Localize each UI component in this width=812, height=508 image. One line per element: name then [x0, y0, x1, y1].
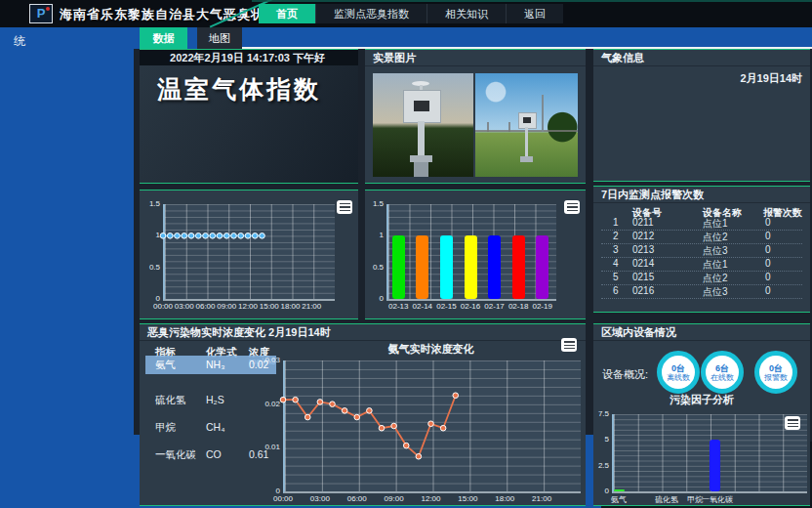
pollution-factor-chart: 02.557.5氨气硫化氢甲烷一氧化碳: [593, 324, 810, 507]
cell-count: 0: [765, 272, 771, 282]
cell-name: 点位2: [703, 272, 728, 285]
dashboard-root: P 海南省乐东黎族自治县大气恶臭状况实时发布系 首页 监测点恶臭指数 相关知识 …: [0, 0, 812, 508]
top-navbar: P 海南省乐东黎族自治县大气恶臭状况实时发布系 首页 监测点恶臭指数 相关知识 …: [0, 0, 812, 27]
bar-02-19: [536, 235, 548, 299]
y-axis-label: 0.5: [138, 263, 160, 273]
site-photo-1: [373, 73, 473, 177]
alarm-table-row: 20212点位20: [601, 230, 802, 244]
y-axis-label: 7.5: [587, 409, 609, 419]
y-axis-label: 1: [361, 231, 384, 240]
cell-no: 4: [613, 258, 619, 269]
bar-02-18: [512, 235, 525, 299]
x-axis-label: 09:00: [380, 494, 409, 504]
bar-一氧化碳: [710, 440, 720, 491]
y-axis-label: 1.5: [138, 199, 160, 209]
cell-count: 0: [765, 285, 771, 296]
cell-count: 0: [765, 217, 771, 228]
sidebar-label: 统: [0, 27, 134, 50]
menu-item-odor-index[interactable]: 监测点恶臭指数: [315, 4, 426, 23]
chart-menu-icon[interactable]: [785, 416, 800, 430]
greenhouse-index-chart-panel: 00.511.500:0003:0006:0009:0012:0015:0018…: [140, 190, 358, 319]
y-axis-label: 0.03: [258, 356, 280, 365]
bar-02-17: [488, 235, 501, 299]
y-axis-label: 0.5: [361, 263, 384, 273]
site-photos-panel: 实景图片: [365, 49, 586, 184]
cell-device_id: 0215: [632, 272, 654, 282]
cell-name: 点位3: [703, 244, 728, 258]
y-axis-label: 1.5: [361, 199, 384, 209]
x-axis-label: 15:00: [453, 494, 482, 504]
menu-item-home[interactable]: 首页: [259, 4, 315, 23]
alarm-table-row: 40214点位10: [601, 257, 802, 272]
alarm-table-panel: 7日内监测点报警次数 设备号 设备名称 报警次数 10211点位1020212点…: [593, 186, 810, 313]
left-sidebar: 统: [0, 27, 134, 508]
cell-device_id: 0213: [632, 244, 654, 255]
main-menu: 首页 监测点恶臭指数 相关知识 返回: [259, 4, 563, 23]
panel-title: 实景图片: [365, 50, 586, 66]
x-axis-label: 00:00: [268, 494, 298, 504]
site-photo-2: [475, 73, 578, 177]
panel-title: 7日内监测点报警次数: [593, 187, 810, 203]
daily-odor-chart: 00.511.502-1302-1402-1502-1602-1702-1802…: [365, 190, 586, 320]
alarm-table-row: 30213点位30: [601, 243, 802, 258]
x-axis-label: 02-19: [523, 302, 562, 312]
bar-02-14: [416, 235, 428, 299]
accent-top-line: [252, 0, 812, 2]
cell-no: 5: [613, 272, 619, 282]
greenhouse-index-chart: 00.511.500:0003:0006:0009:0012:0015:0018…: [140, 190, 358, 320]
chart-menu-icon[interactable]: [561, 338, 577, 352]
bar-02-13: [392, 235, 405, 299]
cell-name: 点位1: [703, 258, 728, 272]
area-devices-panel: 区域内设备情况 设备概况: 0台 离线数 6台 在线数 0台 报警数 污染因子分…: [593, 323, 810, 506]
cell-device_id: 0212: [632, 231, 654, 241]
weather-time: 2月19日14时: [740, 71, 802, 86]
y-axis-label: 2.5: [587, 461, 609, 471]
weather-panel: 气象信息 2月19日14时: [593, 49, 810, 182]
cell-name: 点位2: [703, 231, 728, 244]
tab-data[interactable]: 数据: [140, 27, 187, 49]
tab-map[interactable]: 地图: [197, 27, 242, 49]
tab-bar: 数据 地图: [134, 27, 812, 49]
cell-no: 3: [613, 244, 619, 255]
y-axis-label: 1: [138, 231, 160, 240]
panel-headline: 温室气体指数: [157, 73, 321, 106]
x-axis-label: 一氧化碳: [698, 494, 737, 504]
cell-count: 0: [765, 258, 771, 269]
daily-odor-chart-panel: 00.511.502-1302-1402-1502-1602-1702-1802…: [365, 190, 586, 319]
x-axis-label: 06:00: [343, 494, 372, 504]
cell-count: 0: [765, 244, 771, 255]
y-axis-label: 0.02: [258, 400, 280, 409]
line-series: [163, 204, 333, 299]
cell-count: 0: [765, 231, 771, 241]
alarm-table-row: 10211点位10: [601, 216, 802, 231]
chart-menu-icon[interactable]: [337, 200, 352, 214]
x-axis-label: 12:00: [417, 494, 446, 504]
x-axis-label: 21:00: [297, 302, 326, 312]
x-axis-label: 氨气: [599, 494, 638, 504]
greenhouse-headline-panel: 2022年2月19日 14:17:03 下午好 温室气体指数: [140, 49, 358, 184]
x-axis-label: 18:00: [490, 494, 519, 504]
ammonia-chart: 00.010.020.0300:0003:0006:0009:0012:0015…: [140, 324, 586, 507]
cell-device_id: 0214: [632, 258, 654, 269]
bar-氨气: [614, 489, 625, 491]
alarm-table-row: 60216点位30: [601, 284, 802, 299]
menu-item-knowledge[interactable]: 相关知识: [426, 4, 506, 23]
bar-02-16: [465, 235, 477, 299]
cell-device_id: 0216: [632, 285, 654, 296]
app-logo-icon: P: [29, 4, 53, 23]
bar-02-15: [440, 235, 453, 299]
y-axis-label: 0.01: [258, 443, 280, 452]
cell-no: 2: [613, 231, 619, 241]
chart-menu-icon[interactable]: [564, 200, 580, 214]
x-axis-label: 03:00: [305, 494, 335, 504]
cell-name: 点位3: [703, 285, 728, 299]
menu-item-back[interactable]: 返回: [506, 4, 563, 23]
y-axis-label: 5: [587, 435, 609, 444]
panel-title: 气象信息: [593, 50, 810, 66]
x-axis-label: 21:00: [527, 494, 556, 504]
alarm-table-row: 50215点位20: [601, 271, 802, 285]
cell-name: 点位1: [703, 217, 728, 231]
cell-device_id: 0211: [632, 217, 654, 228]
odor-concentration-panel: 恶臭污染物实时浓度变化 2月19日14时 指标 化学式 浓度 mg/m3 氨气N…: [140, 323, 586, 506]
line-series: [283, 360, 579, 491]
